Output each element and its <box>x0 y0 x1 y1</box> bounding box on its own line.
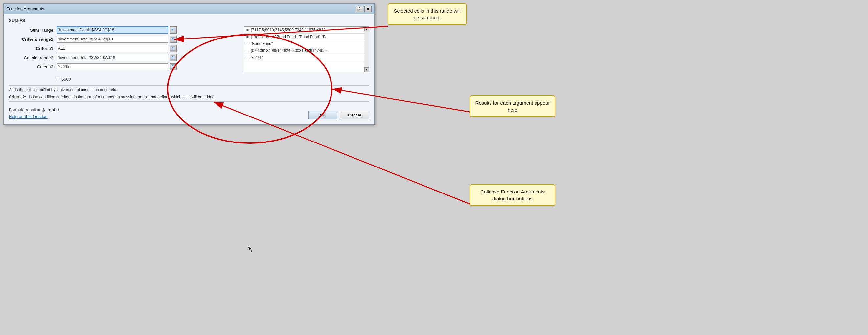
svg-rect-8 <box>174 49 175 50</box>
arg-row-criteria2: Criteria2 <box>9 63 242 71</box>
bottom-area: Formula result = $ 5,500 Help on this fu… <box>9 107 369 119</box>
dialog-body: SUMIFS Sum_range <box>4 14 374 124</box>
scroll-down-button[interactable]: ▼ <box>364 67 369 72</box>
formula-equal-result: 5500 <box>61 77 71 82</box>
svg-rect-10 <box>172 56 173 57</box>
results-scrollbar[interactable]: ▲ ▼ <box>364 27 369 72</box>
callout-middle-right: Results for each argument appear here <box>470 95 555 117</box>
args-area: Sum_range Criteria_range1 <box>9 26 369 73</box>
input-criteria2[interactable] <box>57 63 168 71</box>
formula-result-value: 5,500 <box>48 107 59 112</box>
label-criteria1: Criteria1 <box>9 46 57 51</box>
label-criteria-range1: Criteria_range1 <box>9 37 57 42</box>
dialog-title: Function Arguments <box>6 6 44 11</box>
svg-rect-2 <box>174 31 175 32</box>
formula-result-row: = 5500 <box>9 76 369 83</box>
svg-rect-4 <box>172 38 173 39</box>
collapse-btn-sum-range[interactable] <box>169 26 177 33</box>
results-panel: = {7117.5;8010;3145;5500;7340;11675;4832… <box>244 26 369 73</box>
result-item-3: = "Bond Fund" <box>244 40 369 47</box>
dialog-titlebar: Function Arguments ? ✕ <box>4 4 374 14</box>
collapse-btn-criteria1[interactable] <box>169 45 177 52</box>
label-criteria-range2: Criteria_range2 <box>9 55 57 60</box>
formula-result-display: Formula result = $ 5,500 <box>9 107 59 112</box>
ok-button[interactable]: OK <box>309 111 337 119</box>
input-criteria-range1[interactable] <box>57 35 168 43</box>
description-area: Adds the cells specified by a given set … <box>9 85 369 102</box>
desc-param-label: Criteria2: <box>9 95 26 100</box>
dialog-buttons: OK Cancel <box>309 111 369 119</box>
svg-rect-13 <box>172 65 173 66</box>
svg-rect-1 <box>172 29 173 30</box>
function-name: SUMIFS <box>9 18 369 23</box>
result-val-2: {"Bond Fund";"Bond Fund";"Bond Fund";"B.… <box>251 34 329 39</box>
svg-rect-14 <box>174 67 175 68</box>
svg-rect-11 <box>174 58 175 59</box>
formula-result-dollar: $ <box>42 107 45 112</box>
titlebar-buttons: ? ✕ <box>356 6 372 12</box>
label-sum-range: Sum_range <box>9 28 57 33</box>
arg-row-sum-range: Sum_range <box>9 26 242 33</box>
description-param: Criteria2: is the condition or criteria … <box>9 95 369 100</box>
cancel-button[interactable]: Cancel <box>340 111 369 119</box>
callout-top-right: Selected cells in this range will be sum… <box>388 3 467 25</box>
svg-rect-5 <box>174 40 175 41</box>
input-criteria-range2[interactable] <box>57 54 168 61</box>
close-button[interactable]: ✕ <box>364 6 372 12</box>
formula-result-label: Formula result = <box>9 107 40 112</box>
result-item-5: = "<-1%" <box>244 54 369 61</box>
function-arguments-dialog: Function Arguments ? ✕ SUMIFS Sum_range <box>3 3 375 125</box>
result-item-4: = {0.0136184985144624;0.00310326147405..… <box>244 47 369 54</box>
collapse-btn-criteria2[interactable] <box>169 63 177 71</box>
collapse-btn-criteria-range1[interactable] <box>169 35 177 43</box>
result-val-4: {0.0136184985144624;0.00310326147405... <box>251 48 329 53</box>
result-val-1: {7117.5;8010;3145;5500;7340;11675;4832..… <box>251 28 329 32</box>
result-item-1: = {7117.5;8010;3145;5500;7340;11675;4832… <box>244 27 369 33</box>
input-criteria1[interactable] <box>57 45 168 52</box>
result-val-3: "Bond Fund" <box>251 41 273 46</box>
help-link[interactable]: Help on this function <box>9 114 59 119</box>
scroll-up-button[interactable]: ▲ <box>364 27 369 31</box>
callout-bottom-right: Collapse Function Arguments dialog box b… <box>470 184 555 206</box>
help-button[interactable]: ? <box>356 6 363 12</box>
desc-param-text: is the condition or criteria in the form… <box>29 95 369 100</box>
result-item-2: = {"Bond Fund";"Bond Fund";"Bond Fund";"… <box>244 33 369 40</box>
args-table: Sum_range Criteria_range1 <box>9 26 242 73</box>
arg-row-criteria1: Criteria1 <box>9 45 242 52</box>
arg-row-criteria-range2: Criteria_range2 <box>9 54 242 61</box>
svg-rect-7 <box>172 47 173 48</box>
input-sum-range[interactable] <box>57 26 168 33</box>
svg-marker-20 <box>248 247 252 253</box>
bottom-left: Formula result = $ 5,500 Help on this fu… <box>9 107 59 119</box>
label-criteria2: Criteria2 <box>9 64 57 69</box>
arg-row-criteria-range1: Criteria_range1 <box>9 35 242 43</box>
result-val-5: "<-1%" <box>251 55 263 60</box>
collapse-btn-criteria-range2[interactable] <box>169 54 177 61</box>
description-main: Adds the cells specified by a given set … <box>9 87 369 92</box>
